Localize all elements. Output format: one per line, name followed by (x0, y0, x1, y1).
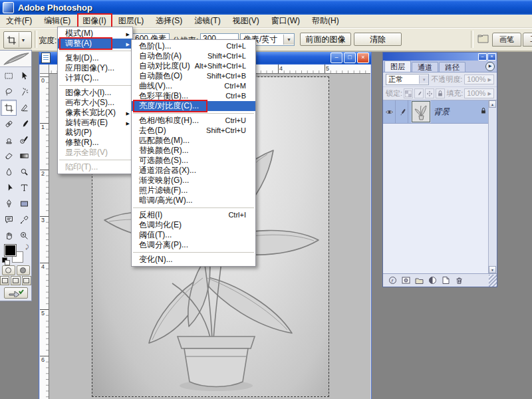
adjust-submenu-item-19[interactable]: 色调均化(E) (132, 220, 255, 230)
new-layer-icon[interactable] (441, 276, 450, 285)
image-menu-item-0[interactable]: 模式(M)▶ (58, 29, 132, 39)
healing-brush-tool[interactable] (1, 116, 17, 132)
gradient-tool[interactable] (16, 148, 32, 164)
layers-scrollbar[interactable]: ▲ ▼ (488, 100, 497, 273)
adjust-submenu-item-16[interactable]: 暗调/高光(W)... (132, 196, 255, 205)
fullscreen-menubar-button[interactable] (11, 276, 20, 285)
panel-close-button[interactable]: × (487, 53, 496, 61)
adjust-submenu-item-3[interactable]: 自动颜色(O)Shift+Ctrl+B (132, 71, 255, 81)
image-menu-item-1[interactable]: 调整(A)▶ (58, 39, 132, 49)
notes-tool[interactable] (1, 211, 17, 227)
lasso-tool[interactable] (1, 84, 17, 100)
panel-tab-0[interactable]: 图层 (384, 61, 411, 72)
palette-well-tab-1[interactable]: 工具预设 (523, 33, 532, 47)
delete-layer-icon[interactable] (454, 276, 464, 285)
zoom-tool[interactable] (16, 227, 32, 243)
brush-tool[interactable] (16, 116, 32, 132)
standard-screen-button[interactable] (0, 276, 9, 285)
panel-minimize-button[interactable]: – (478, 53, 487, 61)
resize-grip[interactable] (489, 275, 497, 287)
image-menu-item-10[interactable]: 旋转画布(E)▶ (58, 118, 132, 128)
image-menu-item-8[interactable]: 画布大小(S)... (58, 98, 132, 108)
front-image-button[interactable]: 前面的图像 (300, 33, 351, 46)
history-brush-tool[interactable] (16, 132, 32, 148)
adjust-submenu-item-11[interactable]: 替换颜色(R)... (132, 146, 255, 156)
image-menu-item-3[interactable]: 复制(D)... (58, 53, 132, 63)
swap-colors-icon[interactable]: ⤸ (25, 244, 29, 251)
jump-to-imageready-button[interactable] (4, 287, 28, 299)
adjust-submenu-item-14[interactable]: 渐变映射(G)... (132, 176, 255, 186)
dodge-tool[interactable] (16, 164, 32, 180)
adjust-submenu-item-6[interactable]: 亮度/对比度(C)... (132, 101, 255, 111)
slice-tool[interactable] (16, 100, 32, 116)
lock-all-icon[interactable] (436, 88, 445, 98)
blend-mode-select[interactable]: 正常 ▼ (386, 74, 429, 85)
adjust-submenu-item-20[interactable]: 阈值(T)... (132, 230, 255, 240)
fullscreen-button[interactable] (22, 276, 31, 285)
type-tool[interactable] (16, 180, 32, 196)
clone-stamp-tool[interactable] (1, 132, 17, 148)
magic-wand-tool[interactable] (16, 84, 32, 100)
new-group-icon[interactable] (414, 276, 424, 285)
eraser-tool[interactable] (1, 148, 17, 164)
menubar-item-1[interactable]: 编辑(E) (38, 15, 76, 27)
palette-well-tab-0[interactable]: 画笔 (492, 33, 521, 47)
shape-tool[interactable] (16, 196, 32, 211)
document-maximize-button[interactable]: □ (344, 53, 356, 63)
add-mask-icon[interactable] (401, 276, 410, 285)
clear-button[interactable]: 清除 (354, 33, 402, 46)
scroll-up-icon[interactable]: ▲ (489, 100, 496, 108)
lock-transparency-icon[interactable] (404, 88, 413, 98)
menubar-item-8[interactable]: 帮助(H) (306, 15, 345, 27)
move-tool[interactable] (16, 68, 32, 84)
lock-paint-icon[interactable] (414, 88, 424, 98)
panel-tab-2[interactable]: 路径 (439, 62, 466, 72)
adjust-submenu-item-2[interactable]: 自动对比度(U)Alt+Shift+Ctrl+L (132, 61, 255, 71)
adjust-submenu-item-8[interactable]: 色相/饱和度(H)...Ctrl+U (132, 116, 255, 126)
tool-preset-picker[interactable]: ▼ (3, 31, 32, 49)
rect-marquee-tool[interactable] (1, 68, 17, 84)
adjust-submenu-item-18[interactable]: 反相(I)Ctrl+I (132, 210, 255, 220)
document-close-button[interactable]: × (357, 53, 369, 63)
adjust-submenu-item-9[interactable]: 去色(D)Shift+Ctrl+U (132, 126, 255, 136)
adjust-submenu-item-15[interactable]: 照片滤镜(F)... (132, 186, 255, 196)
quick-mask-mode-button[interactable] (17, 265, 30, 275)
blur-tool[interactable] (1, 164, 17, 180)
image-menu-item-11[interactable]: 裁切(P) (58, 128, 132, 138)
menubar-item-0[interactable]: 文件(F) (0, 15, 38, 27)
hand-tool[interactable] (1, 227, 17, 243)
menubar-item-5[interactable]: 滤镜(T) (188, 15, 226, 27)
layer-row-background[interactable]: 背景 (383, 100, 489, 124)
menubar-item-4[interactable]: 选择(S) (150, 15, 188, 27)
adjust-submenu-item-13[interactable]: 通道混合器(X)... (132, 166, 255, 176)
menubar-item-6[interactable]: 视图(V) (227, 15, 265, 27)
visibility-eye-icon[interactable] (383, 100, 396, 123)
adjust-submenu-item-23[interactable]: 变化(N)... (132, 255, 255, 265)
adjust-submenu-item-10[interactable]: 匹配颜色(M)... (132, 136, 255, 146)
image-menu-item-9[interactable]: 像素长宽比(X)▶ (58, 108, 132, 118)
crop-tool[interactable] (1, 100, 17, 116)
adjust-submenu-item-21[interactable]: 色调分离(P)... (132, 240, 255, 250)
adjust-submenu-item-0[interactable]: 色阶(L)...Ctrl+L (132, 41, 255, 51)
adjust-submenu-item-4[interactable]: 曲线(V)...Ctrl+M (132, 81, 255, 91)
menubar-item-3[interactable]: 图层(L) (112, 15, 150, 27)
panel-menu-button[interactable]: ▶ (485, 62, 495, 71)
path-select-tool[interactable] (1, 180, 17, 196)
eyedropper-tool[interactable] (16, 211, 32, 227)
new-adjustment-layer-icon[interactable] (428, 276, 437, 285)
image-menu-item-5[interactable]: 计算(C)... (58, 73, 132, 83)
adjust-submenu-item-5[interactable]: 色彩平衡(B)...Ctrl+B (132, 91, 255, 101)
image-menu-item-4[interactable]: 应用图像(Y)... (58, 63, 132, 73)
panel-tab-1[interactable]: 通道 (412, 62, 438, 72)
foreground-color-swatch[interactable] (5, 245, 16, 256)
menubar-item-7[interactable]: 窗口(W) (265, 15, 306, 27)
image-menu-item-12[interactable]: 修整(R)... (58, 138, 132, 148)
layer-style-icon[interactable]: f (388, 276, 397, 285)
adjust-submenu-item-1[interactable]: 自动色阶(A)Shift+Ctrl+L (132, 51, 255, 61)
layer-thumbnail[interactable] (412, 101, 430, 122)
lock-position-icon[interactable] (425, 88, 434, 98)
pen-tool[interactable] (1, 196, 17, 211)
file-browser-icon[interactable] (477, 33, 490, 45)
standard-mode-button[interactable] (2, 265, 15, 275)
image-menu-item-7[interactable]: 图像大小(I)... (58, 88, 132, 98)
